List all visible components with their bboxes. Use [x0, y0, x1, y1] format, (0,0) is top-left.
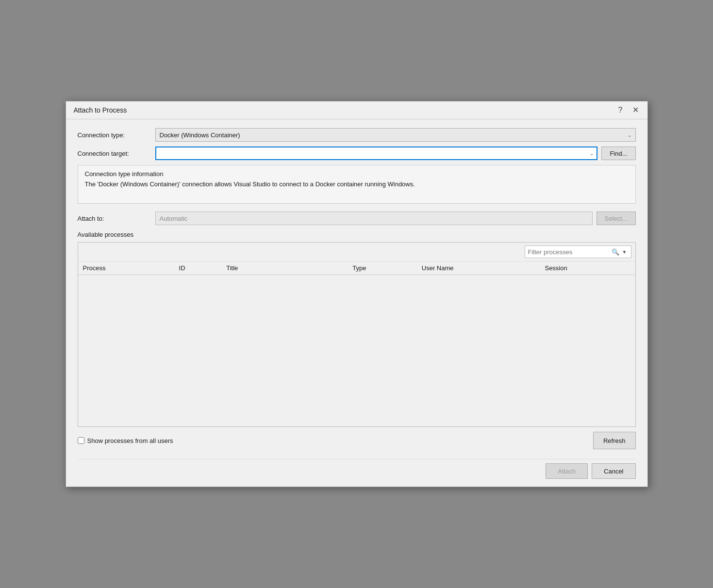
- search-icon: 🔍: [612, 248, 619, 256]
- chevron-down-icon: ⌄: [628, 132, 631, 138]
- process-table: Process ID Title Type User Name Session: [78, 261, 635, 275]
- help-button[interactable]: ?: [615, 105, 626, 115]
- refresh-button[interactable]: Refresh: [593, 432, 636, 449]
- attach-to-field: Automatic: [155, 212, 593, 225]
- info-box: Connection type information The 'Docker …: [78, 165, 636, 204]
- dialog-body: Connection type: Docker (Windows Contain…: [66, 119, 647, 487]
- connection-type-dropdown[interactable]: Docker (Windows Container) ⌄: [155, 128, 636, 142]
- connection-target-row: Connection target: ⌄ Find...: [78, 147, 636, 160]
- action-buttons: Attach Cancel: [78, 459, 636, 479]
- connection-target-input-wrap: ⌄: [155, 147, 598, 160]
- col-id: ID: [174, 261, 222, 275]
- connection-target-label: Connection target:: [78, 150, 155, 157]
- show-all-users-label: Show processes from all users: [87, 437, 173, 444]
- filter-dropdown-button[interactable]: ▼: [621, 249, 628, 255]
- info-box-title: Connection type information: [85, 170, 629, 178]
- filter-input-wrap: 🔍 ▼: [525, 245, 631, 258]
- attach-button[interactable]: Attach: [546, 463, 588, 479]
- col-type: Type: [348, 261, 417, 275]
- connection-type-label: Connection type:: [78, 131, 155, 139]
- chevron-down-icon[interactable]: ⌄: [590, 151, 594, 156]
- connection-type-row: Connection type: Docker (Windows Contain…: [78, 128, 636, 142]
- col-username: User Name: [417, 261, 540, 275]
- title-bar-controls: ? ✕: [615, 105, 642, 115]
- show-all-users-checkbox[interactable]: [78, 437, 84, 444]
- bottom-bar: Show processes from all users Refresh: [78, 427, 636, 451]
- attach-to-process-dialog: Attach to Process ? ✕ Connection type: D…: [66, 101, 648, 487]
- close-button[interactable]: ✕: [630, 105, 642, 115]
- processes-container: 🔍 ▼ Process ID Title Type Use: [78, 242, 636, 427]
- connection-target-control: ⌄ Find...: [155, 147, 636, 160]
- attach-to-row: Attach to: Automatic Select...: [78, 212, 636, 225]
- select-button[interactable]: Select...: [597, 212, 636, 225]
- attach-to-placeholder: Automatic: [160, 215, 188, 222]
- col-process: Process: [78, 261, 174, 275]
- col-title: Title: [221, 261, 348, 275]
- filter-bar: 🔍 ▼: [78, 243, 635, 261]
- attach-to-control: Automatic Select...: [155, 212, 636, 225]
- connection-target-input[interactable]: [159, 150, 590, 157]
- available-processes-label: Available processes: [78, 231, 636, 238]
- table-header: Process ID Title Type User Name Session: [78, 261, 635, 275]
- available-processes-section: Available processes 🔍 ▼ Process: [78, 231, 636, 451]
- title-bar: Attach to Process ? ✕: [66, 101, 647, 119]
- find-button[interactable]: Find...: [601, 147, 635, 160]
- table-header-row: Process ID Title Type User Name Session: [78, 261, 635, 275]
- show-all-users-checkbox-label[interactable]: Show processes from all users: [78, 437, 173, 444]
- dialog-title: Attach to Process: [74, 106, 127, 114]
- attach-to-label: Attach to:: [78, 215, 155, 222]
- connection-type-control: Docker (Windows Container) ⌄: [155, 128, 636, 142]
- filter-processes-input[interactable]: [528, 248, 610, 256]
- col-session: Session: [540, 261, 635, 275]
- connection-type-value: Docker (Windows Container): [160, 131, 240, 139]
- cancel-button[interactable]: Cancel: [592, 463, 635, 479]
- info-box-text: The 'Docker (Windows Container)' connect…: [85, 180, 629, 188]
- process-table-area: Process ID Title Type User Name Session: [78, 261, 635, 426]
